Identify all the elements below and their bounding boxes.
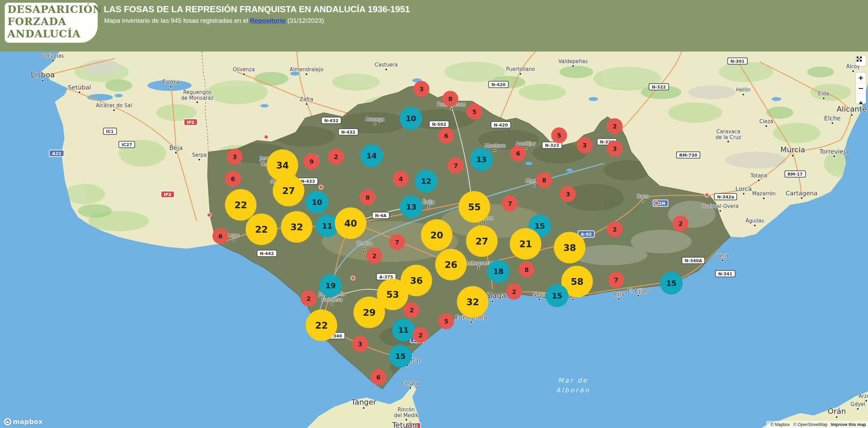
- cluster-marker[interactable]: 22: [246, 214, 277, 245]
- city-label: Huércal-Overa: [702, 203, 739, 212]
- cluster-marker[interactable]: 5: [438, 313, 454, 329]
- road-shield: N-442: [257, 250, 277, 257]
- attrib-mapbox-link[interactable]: © Mapbox: [770, 422, 790, 427]
- grave-point-marker[interactable]: [654, 201, 659, 206]
- cluster-marker[interactable]: 22: [225, 189, 257, 221]
- cluster-marker[interactable]: 3: [414, 81, 430, 97]
- cluster-marker[interactable]: 6: [510, 145, 526, 161]
- city-label: Gdyel: [850, 402, 865, 410]
- city-dot: [451, 108, 452, 110]
- cluster-marker[interactable]: 8: [536, 172, 552, 188]
- cluster-marker[interactable]: 2: [506, 284, 522, 300]
- cluster-marker[interactable]: 3: [560, 186, 576, 202]
- zoom-in-button[interactable]: +: [856, 73, 866, 83]
- grave-point-marker[interactable]: [207, 213, 212, 217]
- cluster-marker[interactable]: 6: [213, 228, 229, 244]
- fullscreen-button[interactable]: [856, 56, 866, 66]
- cluster-marker[interactable]: 7: [608, 272, 624, 288]
- cluster-marker[interactable]: 22: [306, 310, 337, 341]
- road-shield: IP2: [184, 119, 198, 126]
- grave-point-marker[interactable]: [705, 193, 709, 197]
- cluster-marker[interactable]: 5: [551, 128, 567, 143]
- cluster-marker[interactable]: 15: [546, 285, 569, 307]
- cluster-marker[interactable]: 7: [448, 158, 464, 174]
- cluster-marker[interactable]: 32: [281, 211, 313, 243]
- cluster-marker[interactable]: 7: [502, 196, 518, 212]
- road-shield: N-432: [321, 117, 341, 124]
- cluster-marker[interactable]: 18: [487, 260, 510, 283]
- city-dot: [572, 65, 574, 67]
- site-logo[interactable]: DESAPARICIÓN FORZADA ANDALUCÍA: [5, 3, 98, 43]
- cluster-marker[interactable]: 12: [415, 170, 438, 193]
- cluster-marker[interactable]: 11: [392, 319, 415, 342]
- cluster-marker[interactable]: 26: [435, 249, 467, 280]
- cluster-marker[interactable]: 20: [421, 219, 453, 251]
- cluster-marker[interactable]: 13: [400, 196, 423, 218]
- cluster-marker[interactable]: 7: [389, 234, 405, 250]
- city-dot: [478, 267, 479, 269]
- cluster-marker[interactable]: 2: [673, 216, 689, 232]
- cluster-marker[interactable]: 21: [510, 228, 541, 260]
- improve-map-link[interactable]: Improve this map: [831, 422, 866, 427]
- city-dot: [363, 407, 365, 409]
- road-shield: N-502: [429, 121, 449, 128]
- grave-point-marker[interactable]: [264, 135, 269, 139]
- grave-point-marker[interactable]: [351, 276, 355, 280]
- city-dot: [754, 225, 755, 226]
- cluster-marker[interactable]: 8: [360, 190, 376, 206]
- cluster-marker[interactable]: 19: [319, 274, 342, 297]
- cluster-marker[interactable]: 2: [301, 291, 317, 307]
- city-dot: [198, 159, 200, 160]
- compass-button[interactable]: [856, 94, 866, 104]
- city-label: Lorca: [735, 186, 752, 195]
- cluster-marker[interactable]: 8: [442, 91, 458, 107]
- repository-link[interactable]: Repositorio: [250, 17, 286, 24]
- city-label: Azuaga: [366, 117, 384, 125]
- grave-point-marker[interactable]: [319, 185, 323, 190]
- cluster-marker[interactable]: 15: [389, 345, 412, 368]
- city-dot: [79, 91, 80, 93]
- city-label: Lisboa: [31, 71, 55, 81]
- cluster-marker[interactable]: 15: [660, 272, 683, 295]
- city-label: Vera: [717, 253, 728, 261]
- city-dot: [175, 152, 177, 153]
- cluster-marker[interactable]: 3: [607, 141, 623, 157]
- map-canvas[interactable]: N-301N-322N-420N-420N-502N-432N-432N-433…: [0, 52, 868, 428]
- cluster-marker[interactable]: 32: [457, 286, 489, 318]
- city-dot: [743, 94, 744, 95]
- cluster-marker[interactable]: 9: [304, 154, 320, 170]
- cluster-marker[interactable]: 3: [352, 336, 368, 352]
- cluster-marker[interactable]: 6: [225, 171, 241, 187]
- cluster-marker[interactable]: 2: [328, 149, 344, 165]
- city-dot: [484, 222, 486, 223]
- cluster-marker[interactable]: 2: [607, 118, 623, 134]
- cluster-marker[interactable]: 40: [335, 208, 367, 239]
- attrib-osm-link[interactable]: © OpenStreetMap: [793, 422, 828, 427]
- mapbox-logo[interactable]: mapbox: [4, 418, 43, 425]
- cluster-marker[interactable]: 14: [360, 144, 383, 167]
- cluster-marker[interactable]: 5: [467, 104, 482, 120]
- cluster-marker[interactable]: 6: [371, 369, 387, 385]
- cluster-marker[interactable]: 29: [354, 297, 385, 328]
- road-shield: N-340A: [682, 257, 705, 264]
- cluster-marker[interactable]: 3: [577, 137, 593, 153]
- cluster-marker[interactable]: 27: [273, 175, 304, 207]
- city-label: Zafra: [300, 97, 313, 105]
- cluster-marker[interactable]: 10: [306, 191, 329, 214]
- cluster-marker[interactable]: 55: [459, 191, 490, 223]
- zoom-out-button[interactable]: −: [856, 83, 866, 93]
- cluster-marker[interactable]: 13: [470, 148, 493, 171]
- cluster-marker[interactable]: 6: [438, 128, 454, 144]
- cluster-marker[interactable]: 38: [554, 232, 586, 264]
- cluster-marker[interactable]: 2: [413, 327, 429, 343]
- cluster-marker[interactable]: 27: [466, 226, 498, 257]
- cluster-marker[interactable]: 2: [404, 302, 420, 318]
- cluster-marker[interactable]: 2: [367, 248, 382, 264]
- cluster-marker[interactable]: 8: [519, 262, 535, 278]
- city-label: Águilas: [746, 218, 764, 226]
- city-label: Hellín: [736, 87, 751, 95]
- cluster-marker[interactable]: 4: [393, 171, 409, 187]
- cluster-marker[interactable]: 2: [607, 221, 623, 237]
- cluster-marker[interactable]: 10: [400, 107, 422, 130]
- cluster-marker[interactable]: 3: [227, 149, 243, 165]
